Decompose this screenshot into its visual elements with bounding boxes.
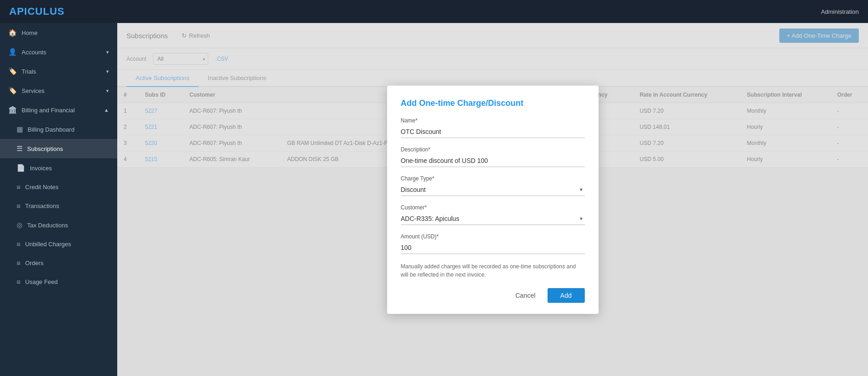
sidebar-item-transactions[interactable]: ≡ Transactions xyxy=(0,197,117,215)
chevron-icon: ▾ xyxy=(106,49,109,55)
charge-type-field: Charge Type* Charge Discount xyxy=(401,175,585,196)
sidebar-item-tax-deductions[interactable]: ◎ Tax Deductions xyxy=(0,215,117,235)
admin-label: Administration xyxy=(821,8,859,15)
trials-icon: 🏷️ xyxy=(8,67,17,75)
usage-feed-icon: ≡ xyxy=(17,278,21,286)
charge-type-select-wrap[interactable]: Charge Discount xyxy=(401,184,585,196)
sidebar-item-unbilled-charges[interactable]: ≡ Unbilled Charges xyxy=(0,235,117,254)
sidebar-item-label: Credit Notes xyxy=(25,184,58,191)
cancel-button[interactable]: Cancel xyxy=(508,288,543,303)
name-field: Name* xyxy=(401,117,585,138)
sidebar-item-invoices[interactable]: 📄 Invoices xyxy=(0,158,117,178)
description-field: Description* xyxy=(401,146,585,167)
sidebar-item-accounts[interactable]: 👤 Accounts ▾ xyxy=(0,42,117,62)
sidebar-item-credit-notes[interactable]: ≡ Credit Notes xyxy=(0,178,117,197)
subscriptions-icon: ☰ xyxy=(17,145,23,153)
sidebar-item-trials[interactable]: 🏷️ Trials ▾ xyxy=(0,62,117,81)
billing-dashboard-icon: ▦ xyxy=(17,125,23,133)
unbilled-charges-icon: ≡ xyxy=(17,240,21,248)
amount-field: Amount (USD)* xyxy=(401,233,585,254)
sidebar-item-label: Accounts xyxy=(22,49,46,56)
amount-label: Amount (USD)* xyxy=(401,233,585,240)
credit-notes-icon: ≡ xyxy=(17,183,21,191)
customer-field: Customer* ADC-R335: Apiculus xyxy=(401,204,585,225)
modal-overlay: Add One-time Charge/Discount Name* Descr… xyxy=(117,23,868,376)
description-input[interactable] xyxy=(401,155,585,167)
chevron-icon: ▾ xyxy=(106,88,109,94)
sidebar-item-label: Transactions xyxy=(25,202,59,209)
modal: Add One-time Charge/Discount Name* Descr… xyxy=(387,86,599,314)
sidebar-item-billing-dashboard[interactable]: ▦ Billing Dashboard xyxy=(0,120,117,139)
customer-select[interactable]: ADC-R335: Apiculus xyxy=(401,213,585,225)
customer-select-wrap[interactable]: ADC-R335: Apiculus xyxy=(401,213,585,225)
charge-type-select[interactable]: Charge Discount xyxy=(401,184,585,196)
name-label: Name* xyxy=(401,117,585,124)
sidebar-item-label: Services xyxy=(22,87,45,94)
sidebar-item-label: Tax Deductions xyxy=(27,222,68,229)
sidebar-item-label: Billing Dashboard xyxy=(28,126,74,133)
chevron-icon: ▲ xyxy=(104,107,109,113)
name-input[interactable] xyxy=(401,126,585,138)
sidebar-item-label: Usage Feed xyxy=(25,278,58,285)
amount-input[interactable] xyxy=(401,242,585,254)
logo-text: APICULUS xyxy=(9,6,64,17)
sidebar-item-subscriptions[interactable]: ☰ Subscriptions xyxy=(0,139,117,158)
content-area: Subscriptions ↻ Refresh + Add One-Time C… xyxy=(117,23,868,376)
sidebar-item-label: Billing and Financial xyxy=(22,107,75,114)
main-layout: 🏠 Home 👤 Accounts ▾ 🏷️ Trials ▾ 🏷️ Servi… xyxy=(0,23,868,376)
tax-deductions-icon: ◎ xyxy=(17,221,23,229)
sidebar-item-usage-feed[interactable]: ≡ Usage Feed xyxy=(0,272,117,291)
sidebar-item-label: Trials xyxy=(22,68,36,75)
sidebar-item-orders[interactable]: ≡ Orders xyxy=(0,254,117,272)
sidebar-item-label: Subscriptions xyxy=(27,145,63,152)
accounts-icon: 👤 xyxy=(8,48,17,56)
app-logo: APICULUS xyxy=(9,6,64,17)
sidebar-item-label: Invoices xyxy=(30,165,52,172)
sidebar-item-label: Home xyxy=(22,29,38,36)
billing-icon: 🏛️ xyxy=(8,106,17,114)
description-label: Description* xyxy=(401,146,585,153)
modal-title: Add One-time Charge/Discount xyxy=(401,98,585,108)
add-button[interactable]: Add xyxy=(548,288,585,303)
sidebar-item-label: Orders xyxy=(25,260,44,266)
transactions-icon: ≡ xyxy=(17,202,21,210)
sidebar-item-label: Unbilled Charges xyxy=(25,241,71,248)
charge-type-label: Charge Type* xyxy=(401,175,585,182)
modal-note: Manually added charges will be recorded … xyxy=(401,262,585,279)
invoices-icon: 📄 xyxy=(17,164,25,172)
orders-icon: ≡ xyxy=(17,259,21,267)
sidebar-item-services[interactable]: 🏷️ Services ▾ xyxy=(0,81,117,100)
services-icon: 🏷️ xyxy=(8,87,17,95)
sidebar: 🏠 Home 👤 Accounts ▾ 🏷️ Trials ▾ 🏷️ Servi… xyxy=(0,23,117,376)
sidebar-item-billing[interactable]: 🏛️ Billing and Financial ▲ xyxy=(0,100,117,120)
modal-actions: Cancel Add xyxy=(401,288,585,303)
sidebar-item-home[interactable]: 🏠 Home xyxy=(0,23,117,42)
topbar: APICULUS Administration xyxy=(0,0,868,23)
chevron-icon: ▾ xyxy=(106,69,109,75)
home-icon: 🏠 xyxy=(8,29,17,37)
customer-label: Customer* xyxy=(401,204,585,211)
